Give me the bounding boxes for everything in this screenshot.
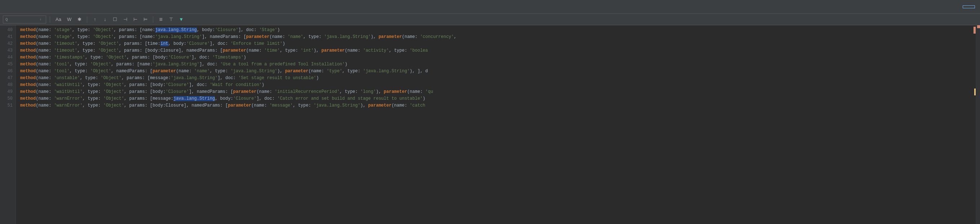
line-numbers: 404142434445464748495051 — [0, 25, 16, 224]
align-left-button[interactable]: ⊣ — [121, 16, 129, 24]
line-number: 46 — [0, 68, 13, 75]
word-button[interactable]: W — [65, 16, 73, 24]
line-number: 43 — [0, 47, 13, 54]
separator-1 — [50, 16, 50, 23]
column-button[interactable]: ⊨ — [142, 16, 149, 24]
search-icon: Q — [5, 18, 8, 22]
table-row: method(name: 'stage', type: 'Object', pa… — [20, 27, 976, 34]
filter-toolbar-button[interactable]: ⊤ — [167, 16, 175, 24]
line-number: 42 — [0, 40, 13, 47]
search-box[interactable]: Q ↓ — [3, 16, 46, 24]
table-row: method(name: 'warnError', type: 'Object'… — [20, 102, 976, 109]
table-row: method(name: 'waitUntil', type: 'Object'… — [20, 88, 976, 95]
next-button[interactable]: ↓ — [101, 16, 109, 24]
line-number: 41 — [0, 34, 13, 40]
table-row: method(name: 'tool', type: 'Object', par… — [20, 61, 976, 68]
align-right-button[interactable]: ⊢ — [131, 16, 139, 24]
line-number: 50 — [0, 95, 13, 102]
code-content[interactable]: method(name: 'stage', type: 'Object', pa… — [16, 25, 976, 224]
search-down-icon: ↓ — [40, 18, 42, 21]
search-input[interactable] — [10, 17, 38, 22]
line-number: 44 — [0, 54, 13, 61]
change-banner — [0, 0, 980, 14]
prev-button[interactable]: ↑ — [91, 16, 99, 24]
table-row: method(name: 'timeout', type: 'Object', … — [20, 40, 976, 47]
table-row: method(name: 'warnError', type: 'Object'… — [20, 95, 976, 102]
table-row: method(name: 'unstable', type: 'Object',… — [20, 75, 976, 82]
editor-toolbar: Q ↓ Aa W ✱ ↑ ↓ ☐ ⊣ ⊢ ⊨ ≡ ⊤ ▼ — [0, 14, 980, 25]
line-number: 51 — [0, 102, 13, 109]
separator-3 — [153, 16, 153, 23]
separator-2 — [87, 16, 87, 23]
table-row: method(name: 'stage', type: 'Object', pa… — [20, 34, 976, 40]
line-number: 48 — [0, 82, 13, 88]
scrollbar-indicator — [977, 25, 980, 28]
regex-button[interactable]: ✱ — [75, 16, 83, 24]
table-row: method(name: 'timeout', type: 'Object', … — [20, 47, 976, 54]
table-row: method(name: 'tool', type: 'Object', nam… — [20, 68, 976, 75]
right-gutter — [976, 25, 980, 224]
activate-back-button[interactable] — [963, 5, 975, 8]
case-sensitive-button[interactable]: Aa — [54, 16, 63, 24]
table-row: method(name: 'timestamps', type: 'Object… — [20, 54, 976, 61]
keep-selection-button[interactable]: ☐ — [111, 16, 119, 24]
line-number: 45 — [0, 61, 13, 68]
line-number: 40 — [0, 27, 13, 34]
line-number: 49 — [0, 88, 13, 95]
table-row: method(name: 'waitUntil', type: 'Object'… — [20, 82, 976, 88]
code-editor: 404142434445464748495051 method(name: 's… — [0, 25, 980, 224]
list-button[interactable]: ≡ — [157, 16, 165, 24]
filter-button[interactable]: ▼ — [177, 16, 185, 24]
line-number: 47 — [0, 75, 13, 82]
